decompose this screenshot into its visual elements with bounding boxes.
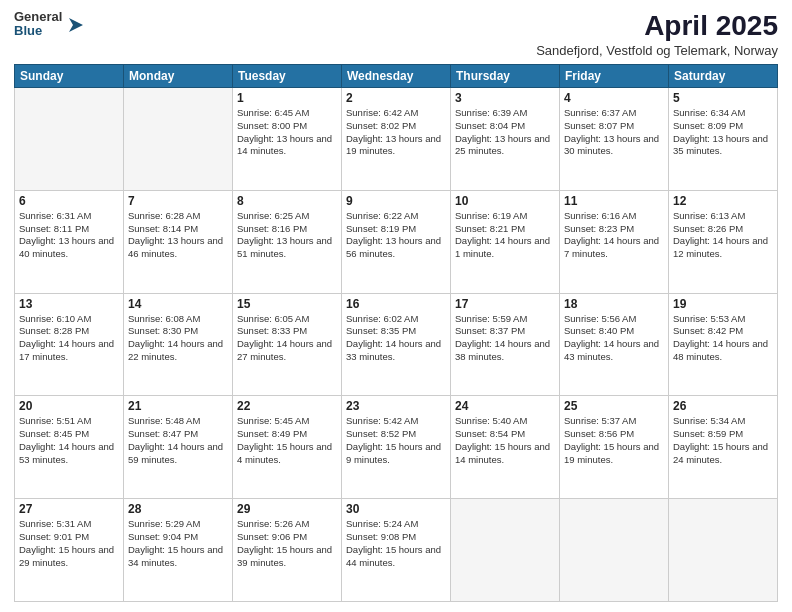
col-sunday: Sunday xyxy=(15,65,124,88)
table-row: 21Sunrise: 5:48 AM Sunset: 8:47 PM Dayli… xyxy=(124,396,233,499)
logo-text: General Blue xyxy=(14,10,62,39)
month-year: April 2025 xyxy=(536,10,778,42)
day-info: Sunrise: 5:42 AM Sunset: 8:52 PM Dayligh… xyxy=(346,415,446,466)
day-number: 17 xyxy=(455,297,555,311)
logo: General Blue xyxy=(14,10,87,39)
day-info: Sunrise: 6:34 AM Sunset: 8:09 PM Dayligh… xyxy=(673,107,773,158)
table-row: 8Sunrise: 6:25 AM Sunset: 8:16 PM Daylig… xyxy=(233,190,342,293)
table-row: 30Sunrise: 5:24 AM Sunset: 9:08 PM Dayli… xyxy=(342,499,451,602)
day-info: Sunrise: 6:13 AM Sunset: 8:26 PM Dayligh… xyxy=(673,210,773,261)
day-number: 18 xyxy=(564,297,664,311)
table-row xyxy=(669,499,778,602)
day-number: 11 xyxy=(564,194,664,208)
day-info: Sunrise: 6:22 AM Sunset: 8:19 PM Dayligh… xyxy=(346,210,446,261)
day-number: 15 xyxy=(237,297,337,311)
day-info: Sunrise: 6:39 AM Sunset: 8:04 PM Dayligh… xyxy=(455,107,555,158)
day-info: Sunrise: 6:31 AM Sunset: 8:11 PM Dayligh… xyxy=(19,210,119,261)
calendar-row: 6Sunrise: 6:31 AM Sunset: 8:11 PM Daylig… xyxy=(15,190,778,293)
col-monday: Monday xyxy=(124,65,233,88)
day-number: 29 xyxy=(237,502,337,516)
table-row xyxy=(124,88,233,191)
day-number: 13 xyxy=(19,297,119,311)
day-info: Sunrise: 5:48 AM Sunset: 8:47 PM Dayligh… xyxy=(128,415,228,466)
table-row: 11Sunrise: 6:16 AM Sunset: 8:23 PM Dayli… xyxy=(560,190,669,293)
day-info: Sunrise: 6:28 AM Sunset: 8:14 PM Dayligh… xyxy=(128,210,228,261)
day-info: Sunrise: 5:51 AM Sunset: 8:45 PM Dayligh… xyxy=(19,415,119,466)
table-row: 26Sunrise: 5:34 AM Sunset: 8:59 PM Dayli… xyxy=(669,396,778,499)
table-row: 23Sunrise: 5:42 AM Sunset: 8:52 PM Dayli… xyxy=(342,396,451,499)
table-row xyxy=(15,88,124,191)
day-number: 28 xyxy=(128,502,228,516)
day-number: 10 xyxy=(455,194,555,208)
table-row: 18Sunrise: 5:56 AM Sunset: 8:40 PM Dayli… xyxy=(560,293,669,396)
day-number: 25 xyxy=(564,399,664,413)
table-row: 9Sunrise: 6:22 AM Sunset: 8:19 PM Daylig… xyxy=(342,190,451,293)
day-number: 21 xyxy=(128,399,228,413)
day-info: Sunrise: 5:53 AM Sunset: 8:42 PM Dayligh… xyxy=(673,313,773,364)
day-info: Sunrise: 6:25 AM Sunset: 8:16 PM Dayligh… xyxy=(237,210,337,261)
table-row: 29Sunrise: 5:26 AM Sunset: 9:06 PM Dayli… xyxy=(233,499,342,602)
day-number: 6 xyxy=(19,194,119,208)
table-row: 10Sunrise: 6:19 AM Sunset: 8:21 PM Dayli… xyxy=(451,190,560,293)
table-row: 7Sunrise: 6:28 AM Sunset: 8:14 PM Daylig… xyxy=(124,190,233,293)
calendar-table: Sunday Monday Tuesday Wednesday Thursday… xyxy=(14,64,778,602)
table-row: 3Sunrise: 6:39 AM Sunset: 8:04 PM Daylig… xyxy=(451,88,560,191)
col-saturday: Saturday xyxy=(669,65,778,88)
day-number: 16 xyxy=(346,297,446,311)
day-number: 1 xyxy=(237,91,337,105)
day-info: Sunrise: 5:56 AM Sunset: 8:40 PM Dayligh… xyxy=(564,313,664,364)
col-thursday: Thursday xyxy=(451,65,560,88)
day-number: 4 xyxy=(564,91,664,105)
table-row: 2Sunrise: 6:42 AM Sunset: 8:02 PM Daylig… xyxy=(342,88,451,191)
day-info: Sunrise: 5:37 AM Sunset: 8:56 PM Dayligh… xyxy=(564,415,664,466)
day-number: 12 xyxy=(673,194,773,208)
day-number: 9 xyxy=(346,194,446,208)
day-number: 3 xyxy=(455,91,555,105)
col-tuesday: Tuesday xyxy=(233,65,342,88)
day-info: Sunrise: 5:24 AM Sunset: 9:08 PM Dayligh… xyxy=(346,518,446,569)
calendar-row: 13Sunrise: 6:10 AM Sunset: 8:28 PM Dayli… xyxy=(15,293,778,396)
day-number: 24 xyxy=(455,399,555,413)
day-info: Sunrise: 5:29 AM Sunset: 9:04 PM Dayligh… xyxy=(128,518,228,569)
svg-marker-0 xyxy=(69,18,83,32)
day-info: Sunrise: 5:31 AM Sunset: 9:01 PM Dayligh… xyxy=(19,518,119,569)
title-block: April 2025 Sandefjord, Vestfold og Telem… xyxy=(536,10,778,58)
table-row: 12Sunrise: 6:13 AM Sunset: 8:26 PM Dayli… xyxy=(669,190,778,293)
calendar-row: 20Sunrise: 5:51 AM Sunset: 8:45 PM Dayli… xyxy=(15,396,778,499)
table-row: 13Sunrise: 6:10 AM Sunset: 8:28 PM Dayli… xyxy=(15,293,124,396)
day-number: 22 xyxy=(237,399,337,413)
day-info: Sunrise: 5:45 AM Sunset: 8:49 PM Dayligh… xyxy=(237,415,337,466)
day-info: Sunrise: 5:26 AM Sunset: 9:06 PM Dayligh… xyxy=(237,518,337,569)
table-row: 20Sunrise: 5:51 AM Sunset: 8:45 PM Dayli… xyxy=(15,396,124,499)
table-row: 22Sunrise: 5:45 AM Sunset: 8:49 PM Dayli… xyxy=(233,396,342,499)
logo-icon xyxy=(65,14,87,36)
day-number: 8 xyxy=(237,194,337,208)
logo-blue: Blue xyxy=(14,24,62,38)
logo-general: General xyxy=(14,10,62,24)
calendar-row: 27Sunrise: 5:31 AM Sunset: 9:01 PM Dayli… xyxy=(15,499,778,602)
day-info: Sunrise: 6:16 AM Sunset: 8:23 PM Dayligh… xyxy=(564,210,664,261)
table-row: 5Sunrise: 6:34 AM Sunset: 8:09 PM Daylig… xyxy=(669,88,778,191)
header: General Blue April 2025 Sandefjord, Vest… xyxy=(14,10,778,58)
day-info: Sunrise: 6:45 AM Sunset: 8:00 PM Dayligh… xyxy=(237,107,337,158)
col-wednesday: Wednesday xyxy=(342,65,451,88)
table-row: 14Sunrise: 6:08 AM Sunset: 8:30 PM Dayli… xyxy=(124,293,233,396)
table-row xyxy=(451,499,560,602)
day-number: 5 xyxy=(673,91,773,105)
table-row: 25Sunrise: 5:37 AM Sunset: 8:56 PM Dayli… xyxy=(560,396,669,499)
day-info: Sunrise: 6:10 AM Sunset: 8:28 PM Dayligh… xyxy=(19,313,119,364)
location: Sandefjord, Vestfold og Telemark, Norway xyxy=(536,43,778,58)
day-number: 30 xyxy=(346,502,446,516)
day-info: Sunrise: 6:05 AM Sunset: 8:33 PM Dayligh… xyxy=(237,313,337,364)
day-number: 23 xyxy=(346,399,446,413)
day-number: 7 xyxy=(128,194,228,208)
day-info: Sunrise: 5:34 AM Sunset: 8:59 PM Dayligh… xyxy=(673,415,773,466)
table-row: 1Sunrise: 6:45 AM Sunset: 8:00 PM Daylig… xyxy=(233,88,342,191)
calendar-header-row: Sunday Monday Tuesday Wednesday Thursday… xyxy=(15,65,778,88)
day-number: 19 xyxy=(673,297,773,311)
table-row: 6Sunrise: 6:31 AM Sunset: 8:11 PM Daylig… xyxy=(15,190,124,293)
day-info: Sunrise: 6:08 AM Sunset: 8:30 PM Dayligh… xyxy=(128,313,228,364)
table-row: 27Sunrise: 5:31 AM Sunset: 9:01 PM Dayli… xyxy=(15,499,124,602)
day-number: 14 xyxy=(128,297,228,311)
day-info: Sunrise: 6:02 AM Sunset: 8:35 PM Dayligh… xyxy=(346,313,446,364)
